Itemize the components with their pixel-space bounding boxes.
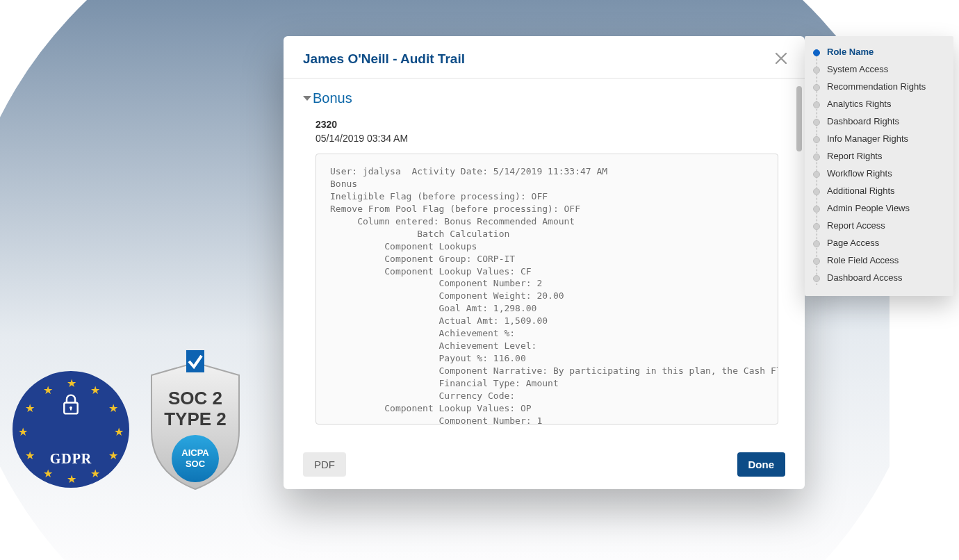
nav-item-system-access[interactable]: System Access [813, 60, 945, 78]
nav-item-report-access[interactable]: Report Access [813, 217, 945, 234]
nav-item-label: Info Manager Rights [827, 133, 908, 144]
modal-title: James O'Neill - Audit Trail [303, 51, 465, 66]
nav-item-dashboard-rights[interactable]: Dashboard Rights [813, 113, 945, 130]
nav-item-info-manager-rights[interactable]: Info Manager Rights [813, 130, 945, 147]
nav-item-label: Role Name [827, 47, 874, 57]
step-dot-icon [813, 49, 820, 56]
nav-item-label: Additional Rights [827, 186, 895, 196]
soc2-badge: SOC 2 TYPE 2 AICPA SOC [143, 347, 247, 493]
step-dot-icon [813, 67, 820, 74]
pdf-button[interactable]: PDF [303, 452, 346, 477]
nav-item-role-field-access[interactable]: Role Field Access [813, 252, 945, 269]
gdpr-stars: ★ ★ ★ ★ ★ ★ ★ ★ ★ ★ ★ ★ [13, 371, 129, 488]
close-icon [774, 51, 788, 65]
step-dot-icon [813, 136, 820, 143]
entry-timestamp: 05/14/2019 03:34 AM [315, 133, 778, 144]
nav-item-label: System Access [827, 64, 888, 74]
soc-aicpa2: SOC [186, 459, 206, 469]
nav-item-label: Workflow Rights [827, 168, 892, 179]
caret-down-icon [303, 96, 311, 101]
nav-item-report-rights[interactable]: Report Rights [813, 147, 945, 165]
done-button[interactable]: Done [737, 452, 786, 477]
role-wizard-nav: Role NameSystem AccessRecommendation Rig… [805, 36, 953, 296]
soc-aicpa1: AICPA [181, 447, 209, 458]
nav-item-workflow-rights[interactable]: Workflow Rights [813, 165, 945, 182]
nav-item-label: Recommendation Rights [827, 81, 926, 92]
step-dot-icon [813, 84, 820, 91]
nav-item-label: Admin People Views [827, 203, 910, 213]
nav-item-label: Report Rights [827, 151, 882, 161]
modal-footer: PDF Done [284, 441, 805, 489]
nav-item-label: Dashboard Access [827, 272, 902, 283]
step-dot-icon [813, 188, 820, 195]
nav-item-recommendation-rights[interactable]: Recommendation Rights [813, 78, 945, 95]
step-dot-icon [813, 275, 820, 282]
close-button[interactable] [773, 51, 789, 68]
nav-item-page-access[interactable]: Page Access [813, 234, 945, 252]
step-dot-icon [813, 154, 820, 160]
nav-item-label: Report Access [827, 220, 885, 231]
nav-item-label: Dashboard Rights [827, 116, 899, 126]
soc-line2: TYPE 2 [164, 409, 227, 429]
nav-item-label: Analytics Rights [827, 99, 891, 109]
nav-item-label: Page Access [827, 238, 879, 248]
step-dot-icon [813, 240, 820, 247]
section-title: Bonus [313, 90, 352, 106]
checkmark-shield-icon [186, 350, 204, 372]
soc-line1: SOC 2 [168, 388, 222, 409]
nav-item-dashboard-access[interactable]: Dashboard Access [813, 269, 945, 286]
step-dot-icon [813, 101, 820, 108]
section-bonus-toggle[interactable]: Bonus [303, 90, 778, 106]
nav-item-label: Role Field Access [827, 255, 899, 265]
modal-body: Bonus 2320 05/14/2019 03:34 AM User: jda… [284, 85, 798, 440]
step-dot-icon [813, 206, 820, 213]
nav-item-role-name[interactable]: Role Name [813, 43, 945, 60]
gdpr-badge: GDPR ★ ★ ★ ★ ★ ★ ★ ★ ★ ★ ★ ★ [13, 371, 129, 488]
step-dot-icon [813, 171, 820, 178]
step-dot-icon [813, 258, 820, 265]
nav-item-analytics-rights[interactable]: Analytics Rights [813, 95, 945, 113]
step-dot-icon [813, 119, 820, 126]
audit-trail-modal: James O'Neill - Audit Trail Bonus 2320 0… [284, 36, 805, 489]
step-dot-icon [813, 223, 820, 230]
modal-header: James O'Neill - Audit Trail [284, 36, 805, 79]
entry-id: 2320 [315, 119, 778, 130]
nav-item-additional-rights[interactable]: Additional Rights [813, 182, 945, 199]
nav-item-admin-people-views[interactable]: Admin People Views [813, 199, 945, 217]
audit-log-text: User: jdalysa Activity Date: 5/14/2019 1… [315, 154, 778, 425]
